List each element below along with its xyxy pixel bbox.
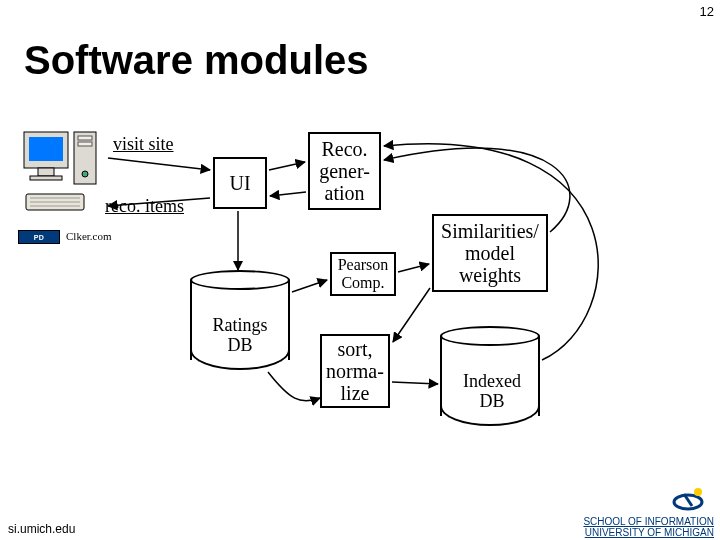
sort-normalize-label: sort, norma- lize xyxy=(326,338,384,404)
clker-credit: Clker.com xyxy=(66,230,112,242)
footer-line1: SCHOOL OF INFORMATION xyxy=(583,516,714,527)
reco-generation-box: Reco. gener- ation xyxy=(308,132,381,210)
reco-items-label: reco. items xyxy=(105,196,184,217)
footer-url: si.umich.edu xyxy=(8,522,75,536)
similarities-label: Similarities/ model weights xyxy=(441,220,539,286)
slide-number: 12 xyxy=(700,4,714,19)
svg-rect-1 xyxy=(78,136,92,140)
svg-line-20 xyxy=(392,382,438,384)
indexed-db-label: Indexed DB xyxy=(450,372,534,412)
svg-rect-5 xyxy=(29,137,63,161)
similarities-box: Similarities/ model weights xyxy=(432,214,548,292)
svg-line-15 xyxy=(270,192,306,196)
ratings-db-label: Ratings DB xyxy=(198,316,282,356)
svg-rect-2 xyxy=(78,142,92,146)
footer-line2: UNIVERSITY OF MICHIGAN xyxy=(583,527,714,538)
public-domain-badge: PD xyxy=(18,230,60,244)
umich-logo-icon xyxy=(670,484,706,512)
pearson-label: Pearson Comp. xyxy=(338,256,389,291)
svg-line-17 xyxy=(292,280,327,292)
ui-box-label: UI xyxy=(229,172,250,194)
svg-point-3 xyxy=(82,171,88,177)
reco-generation-label: Reco. gener- ation xyxy=(319,138,370,204)
svg-line-18 xyxy=(398,264,429,272)
footer-school: SCHOOL OF INFORMATION UNIVERSITY OF MICH… xyxy=(583,516,714,538)
pearson-box: Pearson Comp. xyxy=(330,252,396,296)
svg-line-14 xyxy=(269,162,305,170)
svg-line-12 xyxy=(108,158,210,170)
slide-title: Software modules xyxy=(24,38,369,83)
visit-site-label: visit site xyxy=(113,134,174,155)
sort-normalize-box: sort, norma- lize xyxy=(320,334,390,408)
computer-icon xyxy=(20,126,106,214)
svg-line-19 xyxy=(393,288,430,342)
svg-rect-7 xyxy=(30,176,62,180)
ui-box: UI xyxy=(213,157,267,209)
svg-point-22 xyxy=(694,488,702,496)
svg-rect-6 xyxy=(38,168,54,176)
